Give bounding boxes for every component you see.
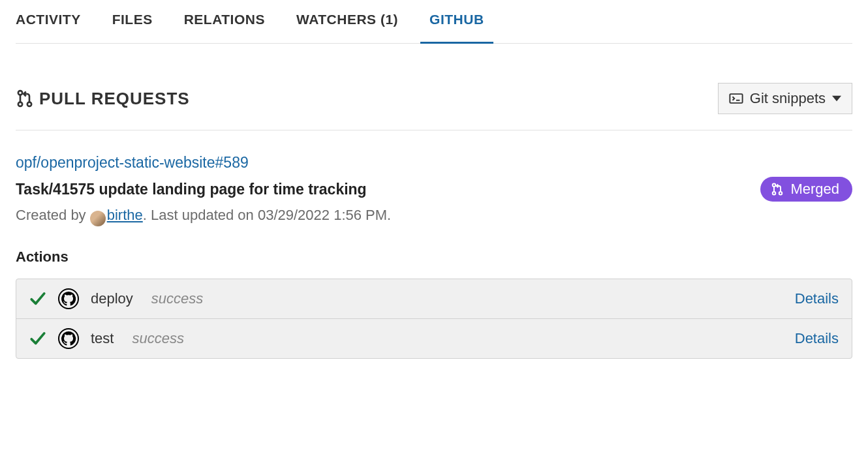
created-by-prefix: Created by [16,207,90,223]
svg-rect-3 [730,94,742,103]
git-snippets-button[interactable]: Git snippets [718,83,852,114]
action-details-link[interactable]: Details [795,330,839,347]
check-icon [29,290,46,307]
check-icon [29,330,46,347]
pr-username[interactable]: birthe [107,207,143,223]
actions-heading: Actions [16,249,852,266]
avatar [90,211,106,226]
action-details-link[interactable]: Details [795,290,839,307]
action-status: success [132,330,183,347]
svg-point-1 [18,102,22,106]
pull-request-block: opf/openproject-static-website#589 Task/… [16,154,852,359]
tab-watchers[interactable]: WATCHERS (1) [296,12,398,43]
tab-relations[interactable]: RELATIONS [184,12,265,43]
github-icon [58,288,79,309]
action-row: deploy success Details [16,279,852,319]
chevron-down-icon [832,94,841,103]
pull-request-icon [16,89,34,108]
tabs-bar: ACTIVITY FILES RELATIONS WATCHERS (1) GI… [16,0,852,44]
action-name: test [91,330,114,347]
svg-point-0 [18,91,22,95]
git-snippets-label: Git snippets [750,90,826,107]
action-status: success [151,290,203,307]
merge-icon [771,183,784,196]
updated-suffix: . Last updated on 03/29/2022 1:56 PM. [143,207,391,223]
pr-meta: Created by birthe. Last updated on 03/29… [16,207,852,224]
merged-badge: Merged [760,177,852,202]
github-icon [58,328,79,349]
tab-github[interactable]: GITHUB [429,12,484,43]
tab-activity[interactable]: ACTIVITY [16,12,81,43]
tab-files[interactable]: FILES [112,12,153,43]
svg-point-2 [27,102,31,106]
section-title: PULL REQUESTS [16,89,190,109]
terminal-icon [729,91,743,106]
merged-label: Merged [790,181,839,198]
svg-point-6 [779,192,783,195]
pr-title: Task/41575 update landing page for time … [16,181,367,198]
svg-point-5 [773,192,776,195]
actions-list: deploy success Details test success De [16,279,852,359]
action-row: test success Details [16,319,852,358]
action-name: deploy [91,290,133,307]
pr-repo-link[interactable]: opf/openproject-static-website#589 [16,154,249,171]
section-header: PULL REQUESTS Git snippets [16,83,852,130]
section-title-text: PULL REQUESTS [39,89,190,109]
svg-point-4 [773,184,776,187]
